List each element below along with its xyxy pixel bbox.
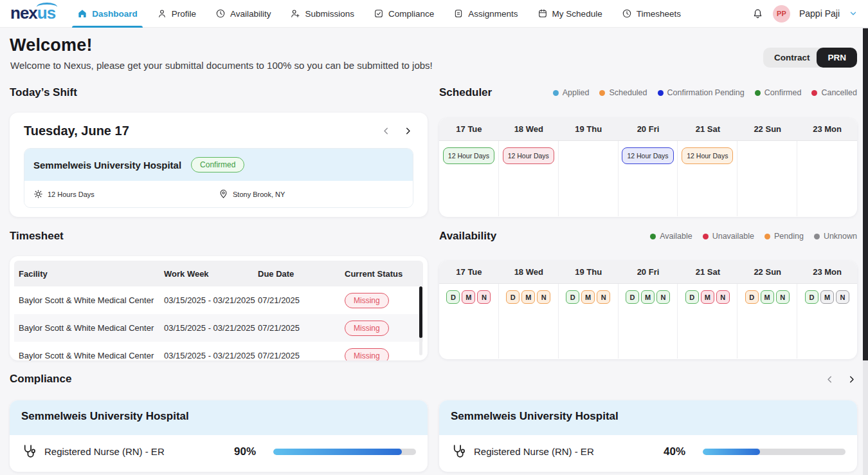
page-scrollbar-thumb[interactable]: [863, 28, 868, 360]
welcome-title: Welcome!: [10, 35, 433, 55]
slot-chip-day[interactable]: D: [745, 290, 759, 304]
nav-item-submissions[interactable]: Submissions: [290, 0, 354, 28]
prn-button[interactable]: PRN: [817, 48, 857, 68]
slot-chip-night[interactable]: N: [716, 290, 730, 304]
slot-chip-mid[interactable]: M: [820, 290, 834, 304]
shift-chip[interactable]: 12 Hour Days: [622, 147, 673, 164]
compliance-card[interactable]: Semmelweis University Hospital Registere…: [439, 400, 857, 472]
slot-chip-day[interactable]: D: [446, 290, 460, 304]
todays-shift-section: Today’s Shift Tuesday, June 17 Semmelwei…: [10, 84, 428, 217]
slot-chip-night[interactable]: N: [656, 290, 670, 304]
column-header-current-status: Current Status: [340, 269, 423, 279]
shift-detail-card[interactable]: Semmelweis University Hospital Confirmed…: [24, 148, 413, 208]
nav-item-profile[interactable]: Profile: [157, 0, 196, 28]
table-row[interactable]: Baylor Scott & White Medical Center 03/1…: [14, 342, 423, 360]
sun-icon: [33, 189, 43, 199]
slot-chip-mid[interactable]: M: [462, 290, 475, 304]
slot-chip-night[interactable]: N: [597, 290, 610, 304]
day-header: 21 Sat: [678, 261, 737, 283]
availability-day-cells: D M N D M N D M N D M N D M N: [439, 284, 857, 359]
day-header: 19 Thu: [559, 118, 619, 140]
confirmation-pending-dot-icon: [658, 90, 664, 96]
compliance-role: Registered Nurse (RN) - ER: [44, 446, 165, 457]
user-avatar[interactable]: PP: [773, 5, 790, 23]
cell-status: Missing: [340, 321, 423, 336]
chevron-left-icon[interactable]: [381, 126, 392, 136]
cancelled-dot-icon: [811, 90, 817, 96]
notifications-bell-icon[interactable]: [752, 8, 764, 20]
availability-calendar: 17 Tue 18 Wed 19 Thu 20 Fri 21 Sat 22 Su…: [439, 261, 857, 359]
compliance-heading: Compliance: [10, 373, 71, 386]
shift-chip[interactable]: 12 Hour Days: [503, 147, 554, 164]
slot-chip-day[interactable]: D: [805, 290, 818, 304]
nav-item-compliance[interactable]: Compliance: [374, 0, 434, 28]
compliance-progress-bar: [273, 449, 416, 455]
nexus-logo[interactable]: nexus: [10, 5, 55, 21]
slot-chip-mid[interactable]: M: [701, 290, 714, 304]
shift-location: Stony Brook, NY: [219, 189, 404, 199]
scheduler-day-cell: 12 Hour Days: [499, 141, 559, 216]
legend-unknown: Unknown: [814, 232, 857, 241]
day-header: 20 Fri: [619, 261, 678, 283]
scheduler-day-headers: 17 Tue 18 Wed 19 Thu 20 Fri 21 Sat 22 Su…: [439, 118, 857, 141]
compliance-facility-name: Semmelweis University Hospital: [10, 400, 428, 435]
legend-confirmation-pending: Confirmation Pending: [658, 88, 745, 97]
legend-cancelled: Cancelled: [811, 88, 857, 97]
nav-item-assignments[interactable]: Assignments: [453, 0, 518, 28]
home-icon: [77, 8, 87, 19]
scheduler-day-cell: 12 Hour Days: [678, 141, 737, 216]
shift-chip[interactable]: 12 Hour Days: [682, 147, 733, 164]
cell-work-week: 03/15/2025 - 03/21/2025: [159, 295, 253, 305]
slot-chip-night[interactable]: N: [537, 290, 550, 304]
cell-due-date: 07/21/2025: [253, 295, 340, 305]
applied-dot-icon: [553, 90, 559, 96]
calendar-icon: [538, 8, 548, 19]
user-name[interactable]: Pappi Paji: [799, 8, 840, 19]
checkbox-check-icon: [374, 8, 384, 19]
table-scrollbar-thumb[interactable]: [419, 286, 422, 338]
availability-day-cell: D M N: [439, 284, 499, 359]
nav-item-my-schedule[interactable]: My Schedule: [538, 0, 602, 28]
compliance-card[interactable]: Semmelweis University Hospital Registere…: [10, 400, 428, 472]
availability-day-cell: D M N: [678, 284, 737, 359]
slot-chip-night[interactable]: N: [477, 290, 491, 304]
slot-chip-day[interactable]: D: [506, 290, 520, 304]
slot-chip-night[interactable]: N: [776, 290, 790, 304]
welcome-block: Welcome! Welcome to Nexus, please get yo…: [10, 35, 433, 71]
slot-chip-mid[interactable]: M: [761, 290, 774, 304]
scheduler-day-cells: 12 Hour Days 12 Hour Days 12 Hour Days 1…: [439, 141, 857, 216]
compliance-cards-row: Semmelweis University Hospital Registere…: [10, 400, 857, 472]
availability-day-cell: D M N: [559, 284, 619, 359]
chevron-left-icon[interactable]: [824, 374, 835, 385]
table-row[interactable]: Baylor Scott & White Medical Center 03/1…: [14, 314, 423, 342]
slot-chip-mid[interactable]: M: [581, 290, 595, 304]
shift-date: Tuesday, June 17: [24, 124, 129, 138]
slot-chip-day[interactable]: D: [626, 290, 639, 304]
cell-work-week: 03/15/2025 - 03/21/2025: [159, 351, 253, 360]
chevron-right-icon[interactable]: [846, 374, 857, 385]
slot-chip-night[interactable]: N: [836, 290, 849, 304]
slot-chip-day[interactable]: D: [566, 290, 579, 304]
document-icon: [453, 8, 464, 19]
contract-button[interactable]: Contract: [763, 48, 821, 68]
slot-chip-mid[interactable]: M: [641, 290, 655, 304]
shift-pager: [381, 126, 413, 136]
chevron-down-icon[interactable]: [849, 9, 858, 18]
compliance-role: Registered Nurse (RN) - ER: [474, 446, 594, 457]
table-row[interactable]: Baylor Scott & White Medical Center 03/1…: [14, 286, 423, 314]
day-header: 17 Tue: [439, 261, 499, 283]
column-header-facility: Facility: [14, 269, 159, 279]
nav-item-availability[interactable]: Availability: [215, 0, 271, 28]
chevron-right-icon[interactable]: [402, 126, 413, 136]
logo-swoosh: [37, 3, 57, 12]
scheduler-legend: Applied Scheduled Confirmation Pending C…: [553, 88, 857, 97]
nav-item-timesheets[interactable]: Timesheets: [622, 0, 681, 28]
availability-legend: Available Unavailable Pending Unknown: [650, 232, 857, 241]
shift-chip[interactable]: 12 Hour Days: [443, 147, 494, 164]
nav-item-dashboard[interactable]: Dashboard: [77, 0, 138, 28]
slot-chip-mid[interactable]: M: [521, 290, 535, 304]
legend-scheduled: Scheduled: [599, 88, 647, 97]
nav-right-cluster: PP Pappi Paji: [752, 5, 858, 23]
pending-dot-icon: [764, 234, 770, 239]
slot-chip-day[interactable]: D: [685, 290, 699, 304]
